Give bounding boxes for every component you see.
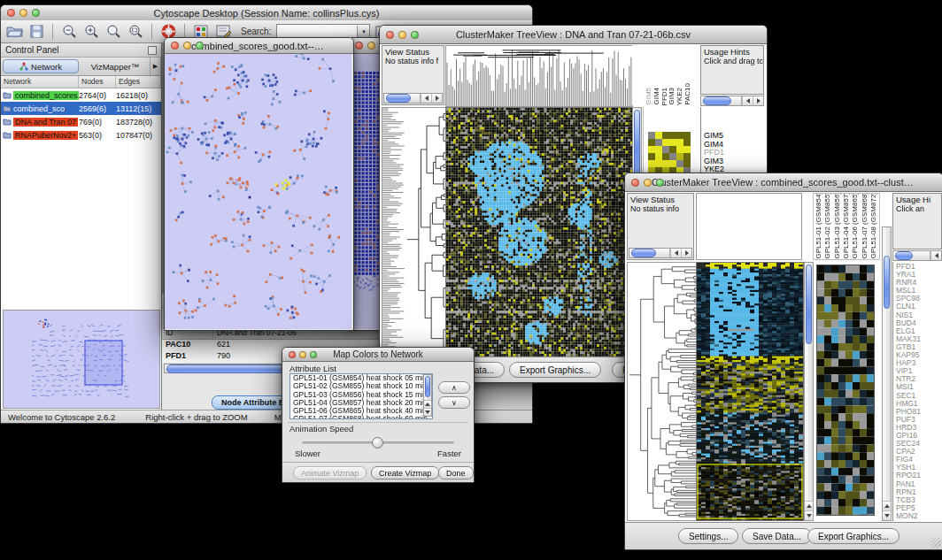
minimize-button[interactable] (19, 9, 27, 17)
tv2-export-graphics-button[interactable]: Export Graphics... (807, 528, 900, 544)
scroll-down-button[interactable] (805, 510, 813, 520)
gene-column-label[interactable]: PAC10 (684, 83, 691, 105)
attribute-item[interactable]: GPL51-07 (GSM868) heat shock 60 min (290, 415, 432, 419)
tv1-summary-matrix-canvas[interactable] (648, 132, 691, 174)
tv2-column-dendrogram-area[interactable] (696, 193, 802, 260)
tv1-status-hscrollbar[interactable] (383, 93, 443, 104)
array-column-label[interactable]: GPL51-08 (GSM872) (870, 193, 877, 259)
main-titlebar[interactable]: Cytoscape Desktop (Session Name: collins… (1, 5, 532, 21)
minimize-button[interactable] (299, 351, 306, 358)
tab-overflow-button[interactable]: ▶ (151, 58, 161, 75)
scrollbar-thumb[interactable] (425, 376, 430, 397)
array-column-label[interactable]: GPL51-07 (GSM868) (861, 193, 869, 259)
save-session-button[interactable] (27, 23, 46, 41)
tv2-save-data-button[interactable]: Save Data... (742, 528, 812, 544)
search-dropdown-button[interactable]: ▼ (357, 26, 369, 37)
network-row[interactable]: DNA and Tran 07 769(0) 183728(0) (1, 115, 161, 128)
scroll-down-button[interactable] (883, 510, 891, 520)
tv2-heatmap-canvas[interactable] (696, 262, 804, 521)
scroll-up-button[interactable] (424, 400, 431, 408)
scroll-down-button[interactable] (424, 408, 431, 416)
gene-column-label[interactable]: GIM5 (645, 88, 652, 105)
float-panel-icon[interactable] (148, 46, 157, 55)
scroll-right-button[interactable] (681, 249, 691, 257)
scrollbar-thumb[interactable] (634, 110, 640, 175)
scrollbar-thumb[interactable] (806, 265, 812, 344)
close-button[interactable] (7, 9, 15, 17)
close-button[interactable] (289, 351, 296, 358)
tv1-export-graphics-button[interactable]: Export Graphics... (509, 362, 601, 378)
gene-list-item[interactable]: MON2 (896, 512, 942, 520)
move-attribute-down-button[interactable]: ∨ (438, 396, 470, 409)
tv1-heatmap-canvas[interactable] (445, 107, 633, 357)
move-attribute-up-button[interactable]: ∧ (438, 381, 470, 394)
minimize-button[interactable] (367, 42, 375, 50)
gene-column-label[interactable]: YKE2 (676, 88, 683, 105)
zoom-out-button[interactable] (59, 23, 79, 41)
gene-column-label[interactable]: GIM4 (653, 88, 660, 105)
scroll-up-button[interactable] (883, 501, 891, 510)
scroll-left-button[interactable] (742, 96, 753, 105)
open-session-button[interactable] (4, 23, 24, 41)
zoom-fit-button[interactable] (104, 23, 123, 41)
scroll-right-button[interactable] (753, 96, 763, 105)
attribute-list-vscrollbar[interactable] (423, 374, 432, 417)
array-column-label[interactable]: GPL51-06 (GSM865) (852, 193, 859, 259)
slider-thumb[interactable] (372, 437, 383, 449)
network-view-canvas[interactable] (165, 54, 351, 329)
zoom-in-button[interactable] (81, 23, 101, 41)
network-row[interactable]: combined_sco 2569(6) 13112(15) (1, 102, 161, 115)
array-column-label[interactable]: GPL51-01 (GSM854) (815, 193, 822, 259)
zoom-button[interactable] (411, 31, 419, 39)
zoom-button[interactable] (32, 9, 40, 17)
close-button[interactable] (631, 179, 639, 187)
tv2-status-hscrollbar[interactable] (629, 248, 692, 258)
create-vizmap-button[interactable]: Create Vizmap (371, 466, 439, 479)
scrollbar-thumb[interactable] (386, 94, 411, 103)
tv2-hints-hscrollbar[interactable] (892, 250, 942, 261)
array-column-label[interactable]: GPL51-03 (GSM856) (834, 193, 841, 259)
scrollbar-thumb[interactable] (703, 96, 731, 105)
tab-network[interactable]: Network (3, 59, 79, 73)
scrollbar-thumb[interactable] (631, 249, 656, 257)
minimize-button[interactable] (644, 179, 652, 187)
scroll-left-button[interactable] (421, 94, 431, 103)
tv1-column-dendrogram-canvas[interactable] (445, 45, 633, 107)
array-column-label[interactable]: GPL51-04 (GSM857) (843, 193, 850, 259)
scrollbar-thumb[interactable] (895, 251, 913, 260)
tv1-hints-hscrollbar[interactable] (700, 96, 764, 106)
tv1-row-dendrogram-canvas[interactable] (382, 107, 445, 357)
tab-vizmapper[interactable]: VizMapper™ (81, 58, 151, 75)
done-button[interactable]: Done (438, 466, 474, 479)
close-button[interactable] (355, 42, 363, 50)
scroll-left-button[interactable] (930, 251, 941, 260)
network-overview[interactable] (3, 310, 160, 409)
array-column-label[interactable]: GPL51-02 (GSM855) (824, 193, 831, 259)
animate-vizmap-button[interactable]: Animate Vizmap (293, 466, 367, 479)
tv2-vscrollbar[interactable] (804, 262, 814, 521)
tv2-genes-vscrollbar[interactable] (882, 226, 892, 521)
zoom-button[interactable] (656, 179, 664, 187)
minimize-button[interactable] (183, 42, 191, 50)
network-overview-canvas[interactable] (4, 311, 158, 406)
scroll-right-button[interactable] (431, 94, 442, 103)
treeview1-titlebar[interactable]: ClusterMaker TreeView : DNA and Tran 07-… (380, 26, 767, 44)
network-row[interactable]: combined_scores 2764(0) 16218(0) (1, 88, 161, 102)
zoom-button[interactable] (310, 351, 317, 358)
network-row[interactable]: RNAPuberNov2+ 563(0) 107847(0) (1, 128, 161, 142)
tv2-settings-button[interactable]: Settings... (678, 528, 738, 544)
close-button[interactable] (171, 42, 179, 50)
tv2-zoom-view-canvas[interactable] (816, 265, 875, 516)
scroll-left-button[interactable] (670, 249, 681, 257)
scrollbar-thumb[interactable] (884, 256, 890, 309)
tv2-row-dendrogram-canvas[interactable] (627, 262, 697, 521)
resize-grip[interactable] (931, 538, 941, 548)
dialog-titlebar[interactable]: Map Colors to Network (282, 348, 474, 362)
network-view-titlebar[interactable]: combined_scores_good.txt--cluste... (165, 38, 353, 54)
treeview2-titlebar[interactable]: ClusterMaker TreeView : combined_scores_… (625, 173, 942, 192)
close-button[interactable] (386, 31, 394, 39)
minimize-button[interactable] (398, 31, 406, 39)
zoom-button[interactable] (196, 42, 204, 50)
scroll-up-button[interactable] (805, 501, 813, 510)
zoom-selected-button[interactable] (126, 23, 145, 41)
